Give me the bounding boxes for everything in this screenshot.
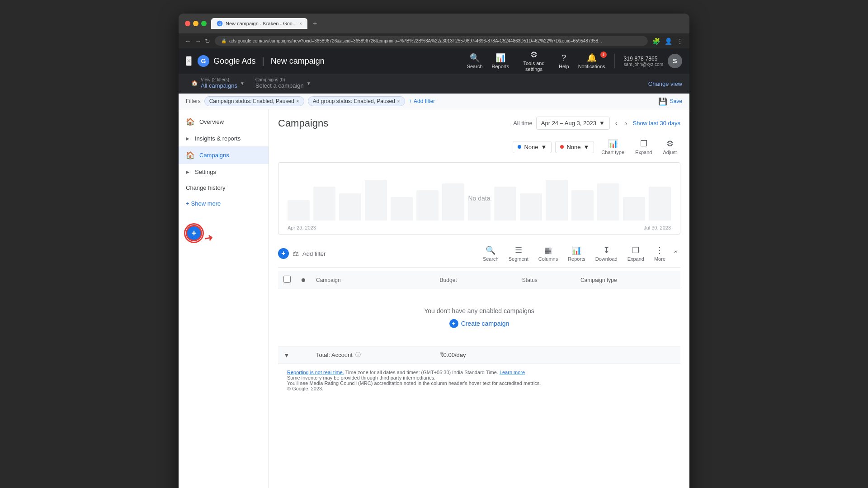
reports-nav-action[interactable]: 📊 Reports (492, 53, 509, 69)
profile-button[interactable]: 👤 (665, 38, 672, 45)
sidebar-item-campaigns[interactable]: 🏠 Campaigns (179, 146, 269, 164)
url-box[interactable]: 🔒 ads.google.com/aw/campaigns/new?ocid=3… (215, 36, 648, 46)
header-campaign-type: Campaign type (575, 271, 680, 289)
help-nav-action[interactable]: ? Help (559, 53, 569, 69)
all-campaigns-label: All campaigns (201, 82, 237, 89)
footer-copyright: © Google, 2023. (287, 386, 671, 391)
menu-button[interactable]: ⋮ (677, 38, 683, 45)
next-date-button[interactable]: › (623, 117, 629, 129)
header-campaign: Campaign (311, 271, 434, 289)
search-nav-action[interactable]: 🔍 Search (467, 53, 483, 69)
header-status-dot (302, 278, 305, 282)
sidebar-item-change-history[interactable]: Change history (179, 180, 269, 196)
tab-close-btn[interactable]: × (299, 21, 302, 26)
filter-chip-adgroup-status[interactable]: Ad group status: Enabled, Paused × (308, 96, 405, 106)
show-last-30-button[interactable]: Show last 30 days (632, 120, 680, 127)
nav-close-button[interactable]: × (186, 56, 192, 66)
segment-label: Segment (509, 256, 528, 262)
chart-expand-action[interactable]: ❐ Expand (632, 137, 656, 157)
total-info-icon[interactable]: ⓘ (355, 351, 361, 359)
show-more-button[interactable]: + Show more (179, 196, 269, 211)
table-reports-label: Reports (568, 256, 585, 262)
all-campaigns-nav[interactable]: 🏠 View (2 filters) All campaigns ▼ (186, 74, 250, 94)
sidebar-item-settings[interactable]: ▶ Settings (179, 164, 269, 180)
learn-more-link[interactable]: Learn more (500, 370, 525, 375)
adjust-icon: ⚙ (666, 139, 674, 149)
header-budget: Budget (434, 271, 517, 289)
chart-bar (649, 187, 671, 221)
table-add-filter-plus[interactable]: + (278, 248, 289, 259)
realtime-link[interactable]: Reporting is not real-time. (287, 370, 344, 375)
add-filter-text[interactable]: Add filter (302, 250, 326, 257)
settings-expand-icon: ▶ (186, 169, 189, 174)
filters-label: Filters (186, 98, 201, 104)
chart-bar (365, 180, 387, 221)
user-contact: 319-878-7865 sam.john@xyz.com (624, 56, 663, 67)
user-avatar[interactable]: S (668, 54, 682, 68)
chart-type-action[interactable]: 📊 Chart type (598, 137, 628, 157)
add-filter-button[interactable]: + Add filter (409, 98, 435, 104)
date-range-dropdown[interactable]: Apr 24 – Aug 3, 2023 ▼ (536, 117, 610, 130)
select-all-checkbox[interactable] (283, 276, 291, 283)
forward-button[interactable]: → (195, 38, 201, 45)
prev-date-button[interactable]: ‹ (613, 117, 619, 129)
chart-adjust-action[interactable]: ⚙ Adjust (659, 137, 680, 157)
table-segment-action[interactable]: ☰ Segment (504, 244, 533, 263)
chip2-close-icon[interactable]: × (397, 98, 400, 104)
svg-text:G: G (201, 57, 206, 65)
overview-icon: 🏠 (186, 117, 195, 126)
campaign-bar: 🏠 View (2 filters) All campaigns ▼ Campa… (179, 74, 689, 94)
add-filter-row: + ⚖ Add filter (278, 248, 326, 259)
table-more-action[interactable]: ⋮ More (650, 244, 670, 263)
select-campaign-info: Campaigns (0) Select a campaign (255, 77, 304, 89)
sidebar-item-insights[interactable]: ▶ Insights & reports (179, 131, 269, 146)
filter-chip-campaign-status[interactable]: Campaign status: Enabled, Paused × (204, 96, 304, 106)
chip1-close-icon[interactable]: × (296, 98, 299, 104)
metric1-dot (518, 145, 521, 149)
new-tab-button[interactable]: + (310, 19, 320, 28)
select-campaign-nav[interactable]: Campaigns (0) Select a campaign ▼ (250, 74, 316, 94)
chart-bar (520, 193, 542, 221)
close-traffic-light[interactable] (185, 21, 190, 26)
save-area[interactable]: 💾 Save (658, 97, 682, 106)
active-tab[interactable]: G New campaign - Kraken - Goo... × (211, 18, 307, 29)
google-ads-app: × G Google Ads | New campaign 🔍 Search 📊… (179, 48, 689, 488)
table-actions: 🔍 Search ☰ Segment ▦ Columns 📊 (478, 244, 680, 263)
sidebar-item-overview[interactable]: 🏠 Overview (179, 113, 269, 131)
total-expand-icon[interactable]: ▼ (283, 352, 290, 359)
segment-icon: ☰ (515, 245, 522, 255)
empty-state-text: You don't have any enabled campaigns (297, 307, 661, 314)
metric1-dropdown[interactable]: None ▼ (513, 141, 552, 153)
notifications-nav-action[interactable]: 🔔 1 Notifications (578, 53, 605, 69)
chart-bar (416, 190, 439, 221)
collapse-button[interactable]: ⌃ (671, 248, 680, 260)
download-icon: ↧ (603, 245, 610, 255)
table-reports-action[interactable]: 📊 Reports (563, 244, 590, 263)
plus-icon: + (186, 200, 189, 207)
settings-label: Settings (195, 169, 216, 175)
back-button[interactable]: ← (185, 38, 191, 45)
metric2-dropdown[interactable]: None ▼ (555, 141, 594, 153)
change-view-button[interactable]: Change view (648, 80, 682, 87)
table-controls: + ⚖ Add filter 🔍 Search ☰ Segment (278, 242, 680, 267)
chart-type-label: Chart type (601, 150, 624, 155)
minimize-traffic-light[interactable] (193, 21, 198, 26)
table-expand-icon: ❐ (632, 245, 639, 255)
maximize-traffic-light[interactable] (201, 21, 207, 26)
refresh-button[interactable]: ↻ (205, 38, 210, 45)
create-campaign-label: Create campaign (461, 320, 509, 327)
all-campaigns-chevron: ▼ (240, 81, 245, 86)
table-download-action[interactable]: ↧ Download (591, 244, 622, 263)
create-campaign-icon: + (449, 319, 458, 328)
table-columns-action[interactable]: ▦ Columns (534, 244, 562, 263)
table-expand-action[interactable]: ❐ Expand (623, 244, 649, 263)
tools-nav-action[interactable]: ⚙ Tools and settings (518, 50, 550, 72)
metric2-dot (560, 145, 564, 149)
total-status-cell (517, 347, 575, 364)
create-campaign-button[interactable]: + Create campaign (449, 319, 509, 328)
extensions-button[interactable]: 🧩 (652, 38, 660, 45)
date-dropdown-chevron: ▼ (599, 120, 605, 127)
notification-bell-icon: 🔔 (587, 53, 597, 63)
table-search-action[interactable]: 🔍 Search (478, 244, 503, 263)
url-text: ads.google.com/aw/campaigns/new?ocid=365… (229, 38, 602, 43)
